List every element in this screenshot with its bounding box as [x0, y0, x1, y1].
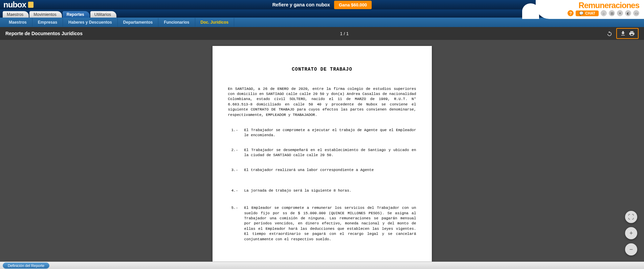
- document-intro: En SANTIAGO, a 26 de ENERO de 2020, entr…: [228, 87, 416, 118]
- brand-name: Remuneraciones: [579, 0, 641, 10]
- download-icon[interactable]: [620, 30, 626, 37]
- clause-text: El Empleador se compromete a remunerar l…: [244, 205, 416, 242]
- zoom-out-icon[interactable]: −: [625, 243, 637, 255]
- zoom-in-icon[interactable]: +: [625, 227, 637, 239]
- promo-button[interactable]: Gana $60.000: [334, 1, 372, 9]
- tab-reportes[interactable]: Reportes: [63, 11, 90, 18]
- viewer-toolbar: Reporte de Documentos Jurídicos 1 / 1: [0, 27, 644, 40]
- clause-text: La jornada de trabajo será la siguiente …: [244, 188, 416, 193]
- viewer-container: Reporte de Documentos Jurídicos 1 / 1 CO…: [0, 27, 644, 262]
- viewer-title: Reporte de Documentos Jurídicos: [5, 31, 83, 36]
- sub-nav: Maestros Empresas Haberes y Descuentos D…: [0, 18, 644, 27]
- clause-num: 2.-: [231, 148, 244, 158]
- promo-text: Refiere y gana con nubox: [272, 2, 330, 7]
- clause-num: 3.-: [231, 168, 244, 173]
- zoom-controls: ⛶ + −: [625, 211, 637, 255]
- tab-utilitarios[interactable]: Utilitarios: [90, 11, 116, 18]
- viewer-actions: [606, 28, 639, 39]
- footer-bar: Definición del Reporte: [0, 262, 644, 269]
- subnav-haberes[interactable]: Haberes y Descuentos: [63, 18, 118, 27]
- home-icon[interactable]: ⌂: [601, 10, 607, 16]
- clause-text: El Trabajador se compromete a ejecutar e…: [244, 128, 416, 138]
- logo-icon: [28, 2, 34, 8]
- clause-4: 4.- La jornada de trabajo será la siguie…: [228, 188, 416, 193]
- subnav-maestros[interactable]: Maestros: [3, 18, 32, 27]
- subnav-funcionarios[interactable]: Funcionarios: [158, 18, 195, 27]
- cloud-decoration: [522, 3, 539, 19]
- clause-num: 5.-: [231, 205, 244, 242]
- clause-1: 1.- El Trabajador se compromete a ejecut…: [228, 128, 416, 138]
- clause-text: El trabajador realizará una labor corres…: [244, 168, 416, 173]
- chat-label: CHAT: [585, 11, 595, 15]
- clause-num: 4.-: [231, 188, 244, 193]
- print-icon[interactable]: [628, 30, 635, 37]
- clause-2: 2.- El Trabajador se desempeñará en el e…: [228, 148, 416, 158]
- close-icon[interactable]: ✕: [617, 10, 623, 16]
- document-page: CONTRATO DE TRABAJO En SANTIAGO, a 26 de…: [213, 46, 432, 262]
- logo[interactable]: nubox: [3, 0, 34, 9]
- promo-bar: Refiere y gana con nubox Gana $60.000: [272, 1, 372, 9]
- top-header: nubox Refiere y gana con nubox Gana $60.…: [0, 0, 644, 9]
- page-indicator: 1 / 1: [340, 31, 349, 36]
- rotate-icon[interactable]: [606, 30, 613, 37]
- tab-maestros[interactable]: Maestros: [3, 11, 29, 18]
- help-icon[interactable]: ?: [568, 10, 574, 16]
- globe-icon[interactable]: ◐: [625, 10, 631, 16]
- subnav-doc-juridicos[interactable]: Doc. Jurídicos: [195, 18, 235, 27]
- definicion-reporte-button[interactable]: Definición del Reporte: [3, 263, 49, 269]
- chat-icon: 💬: [579, 11, 584, 16]
- clause-5: 5.- El Empleador se compromete a remuner…: [228, 205, 416, 242]
- clause-num: 1.-: [231, 128, 244, 138]
- document-scroll-area[interactable]: CONTRATO DE TRABAJO En SANTIAGO, a 26 de…: [0, 40, 644, 262]
- window-icon[interactable]: ▭: [633, 10, 639, 16]
- subnav-empresas[interactable]: Empresas: [32, 18, 63, 27]
- logo-text: nubox: [3, 0, 26, 9]
- grid-icon[interactable]: ▤: [609, 10, 615, 16]
- clause-3: 3.- El trabajador realizará una labor co…: [228, 168, 416, 173]
- fit-icon[interactable]: ⛶: [625, 211, 637, 223]
- tab-movimientos[interactable]: Movimientos: [29, 11, 62, 18]
- document-title: CONTRATO DE TRABAJO: [228, 66, 416, 73]
- chat-button[interactable]: 💬 CHAT: [576, 10, 599, 16]
- subnav-departamentos[interactable]: Departamentos: [118, 18, 158, 27]
- clause-text: El Trabajador se desempeñará en el estab…: [244, 148, 416, 158]
